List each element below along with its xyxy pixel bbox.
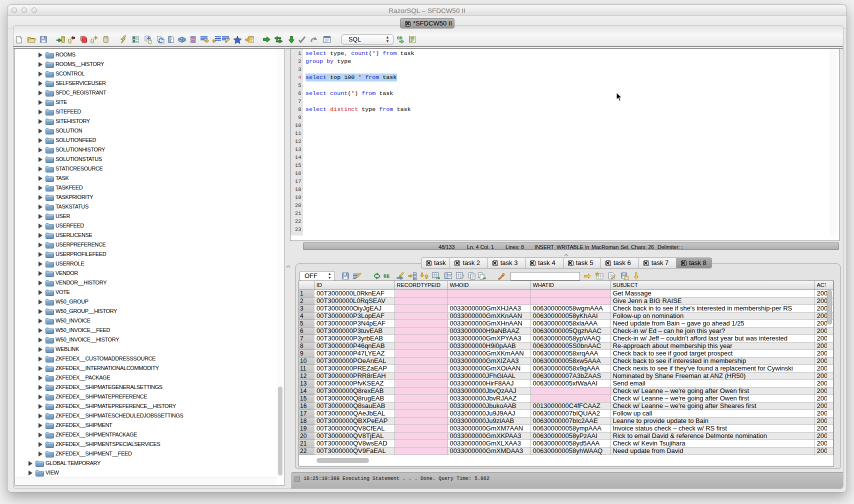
svg-text:66: 66 <box>384 273 390 280</box>
svg-text:66: 66 <box>397 35 403 40</box>
